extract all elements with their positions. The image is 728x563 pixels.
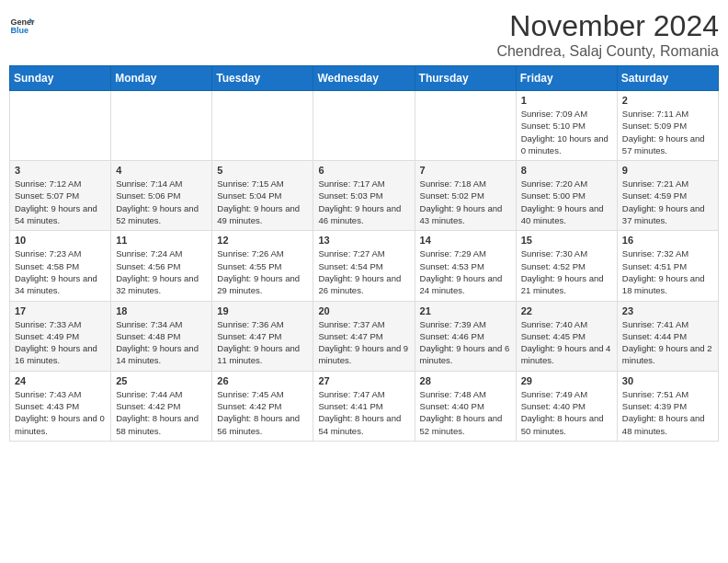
- calendar-cell: 16Sunrise: 7:32 AM Sunset: 4:51 PM Dayli…: [617, 231, 718, 301]
- day-number: 2: [622, 95, 713, 106]
- day-number: 12: [217, 235, 308, 246]
- calendar-cell: 23Sunrise: 7:41 AM Sunset: 4:44 PM Dayli…: [617, 301, 718, 371]
- day-info: Sunrise: 7:49 AM Sunset: 4:40 PM Dayligh…: [521, 388, 612, 437]
- day-info: Sunrise: 7:32 AM Sunset: 4:51 PM Dayligh…: [622, 247, 713, 296]
- calendar-cell: [415, 91, 516, 161]
- calendar-table: SundayMondayTuesdayWednesdayThursdayFrid…: [9, 65, 719, 442]
- day-info: Sunrise: 7:23 AM Sunset: 4:58 PM Dayligh…: [15, 247, 106, 296]
- calendar-cell: 8Sunrise: 7:20 AM Sunset: 5:00 PM Daylig…: [516, 161, 617, 231]
- day-number: 26: [217, 375, 308, 386]
- svg-text:General: General: [10, 17, 35, 27]
- calendar-cell: 3Sunrise: 7:12 AM Sunset: 5:07 PM Daylig…: [10, 161, 111, 231]
- day-info: Sunrise: 7:48 AM Sunset: 4:40 PM Dayligh…: [420, 388, 511, 437]
- day-number: 14: [420, 235, 511, 246]
- calendar-week-row: 17Sunrise: 7:33 AM Sunset: 4:49 PM Dayli…: [10, 301, 719, 371]
- day-number: 9: [622, 165, 713, 176]
- day-info: Sunrise: 7:09 AM Sunset: 5:10 PM Dayligh…: [521, 108, 612, 156]
- day-info: Sunrise: 7:26 AM Sunset: 4:55 PM Dayligh…: [217, 247, 308, 296]
- day-number: 19: [217, 305, 308, 316]
- calendar-cell: 21Sunrise: 7:39 AM Sunset: 4:46 PM Dayli…: [415, 301, 516, 371]
- day-info: Sunrise: 7:51 AM Sunset: 4:39 PM Dayligh…: [622, 388, 713, 437]
- calendar-cell: 27Sunrise: 7:47 AM Sunset: 4:41 PM Dayli…: [313, 371, 415, 441]
- calendar-cell: 10Sunrise: 7:23 AM Sunset: 4:58 PM Dayli…: [10, 231, 111, 301]
- day-number: 17: [15, 305, 106, 316]
- day-number: 30: [622, 375, 713, 386]
- day-info: Sunrise: 7:45 AM Sunset: 4:42 PM Dayligh…: [217, 388, 308, 437]
- day-number: 29: [521, 375, 612, 386]
- calendar-day-header: Friday: [516, 66, 617, 91]
- day-info: Sunrise: 7:30 AM Sunset: 4:52 PM Dayligh…: [521, 247, 612, 296]
- logo: General Blue: [9, 13, 35, 39]
- day-info: Sunrise: 7:43 AM Sunset: 4:43 PM Dayligh…: [15, 388, 106, 437]
- day-info: Sunrise: 7:39 AM Sunset: 4:46 PM Dayligh…: [420, 318, 511, 367]
- day-number: 1: [521, 95, 612, 106]
- day-info: Sunrise: 7:17 AM Sunset: 5:03 PM Dayligh…: [318, 178, 409, 226]
- calendar-cell: 5Sunrise: 7:15 AM Sunset: 5:04 PM Daylig…: [212, 161, 313, 231]
- calendar-week-row: 24Sunrise: 7:43 AM Sunset: 4:43 PM Dayli…: [10, 371, 719, 441]
- day-info: Sunrise: 7:29 AM Sunset: 4:53 PM Dayligh…: [420, 247, 511, 296]
- calendar-cell: 29Sunrise: 7:49 AM Sunset: 4:40 PM Dayli…: [516, 371, 617, 441]
- day-number: 6: [318, 165, 409, 176]
- day-info: Sunrise: 7:34 AM Sunset: 4:48 PM Dayligh…: [116, 318, 207, 367]
- calendar-cell: [111, 91, 212, 161]
- calendar-cell: 19Sunrise: 7:36 AM Sunset: 4:47 PM Dayli…: [212, 301, 313, 371]
- calendar-cell: 28Sunrise: 7:48 AM Sunset: 4:40 PM Dayli…: [415, 371, 516, 441]
- day-info: Sunrise: 7:20 AM Sunset: 5:00 PM Dayligh…: [521, 178, 612, 226]
- calendar-cell: 13Sunrise: 7:27 AM Sunset: 4:54 PM Dayli…: [313, 231, 415, 301]
- calendar-cell: 6Sunrise: 7:17 AM Sunset: 5:03 PM Daylig…: [313, 161, 415, 231]
- day-info: Sunrise: 7:18 AM Sunset: 5:02 PM Dayligh…: [420, 178, 511, 226]
- title-area: November 2024 Chendrea, Salaj County, Ro…: [496, 9, 719, 60]
- calendar-day-header: Monday: [111, 66, 212, 91]
- day-info: Sunrise: 7:14 AM Sunset: 5:06 PM Dayligh…: [116, 178, 207, 226]
- day-number: 5: [217, 165, 308, 176]
- calendar-cell: 9Sunrise: 7:21 AM Sunset: 4:59 PM Daylig…: [617, 161, 718, 231]
- day-number: 21: [420, 305, 511, 316]
- calendar-cell: [212, 91, 313, 161]
- logo-icon: General Blue: [9, 13, 35, 39]
- day-number: 11: [116, 235, 207, 246]
- svg-text:Blue: Blue: [10, 26, 28, 35]
- calendar-cell: 25Sunrise: 7:44 AM Sunset: 4:42 PM Dayli…: [111, 371, 212, 441]
- calendar-cell: [10, 91, 111, 161]
- day-info: Sunrise: 7:11 AM Sunset: 5:09 PM Dayligh…: [622, 108, 713, 156]
- calendar-day-header: Thursday: [415, 66, 516, 91]
- calendar-cell: 15Sunrise: 7:30 AM Sunset: 4:52 PM Dayli…: [516, 231, 617, 301]
- location-subtitle: Chendrea, Salaj County, Romania: [496, 43, 719, 60]
- day-info: Sunrise: 7:37 AM Sunset: 4:47 PM Dayligh…: [318, 318, 409, 367]
- day-info: Sunrise: 7:27 AM Sunset: 4:54 PM Dayligh…: [318, 247, 409, 296]
- day-number: 28: [420, 375, 511, 386]
- day-info: Sunrise: 7:33 AM Sunset: 4:49 PM Dayligh…: [15, 318, 106, 367]
- calendar-cell: [313, 91, 415, 161]
- day-number: 13: [318, 235, 409, 246]
- day-info: Sunrise: 7:40 AM Sunset: 4:45 PM Dayligh…: [521, 318, 612, 367]
- day-info: Sunrise: 7:41 AM Sunset: 4:44 PM Dayligh…: [622, 318, 713, 367]
- day-info: Sunrise: 7:12 AM Sunset: 5:07 PM Dayligh…: [15, 178, 106, 226]
- day-number: 23: [622, 305, 713, 316]
- day-info: Sunrise: 7:15 AM Sunset: 5:04 PM Dayligh…: [217, 178, 308, 226]
- calendar-cell: 4Sunrise: 7:14 AM Sunset: 5:06 PM Daylig…: [111, 161, 212, 231]
- calendar-cell: 14Sunrise: 7:29 AM Sunset: 4:53 PM Dayli…: [415, 231, 516, 301]
- calendar-cell: 12Sunrise: 7:26 AM Sunset: 4:55 PM Dayli…: [212, 231, 313, 301]
- day-number: 25: [116, 375, 207, 386]
- calendar-header-row: SundayMondayTuesdayWednesdayThursdayFrid…: [10, 66, 719, 91]
- day-number: 22: [521, 305, 612, 316]
- month-title: November 2024: [496, 9, 719, 43]
- calendar-cell: 2Sunrise: 7:11 AM Sunset: 5:09 PM Daylig…: [617, 91, 718, 161]
- calendar-week-row: 10Sunrise: 7:23 AM Sunset: 4:58 PM Dayli…: [10, 231, 719, 301]
- day-info: Sunrise: 7:24 AM Sunset: 4:56 PM Dayligh…: [116, 247, 207, 296]
- day-number: 4: [116, 165, 207, 176]
- day-info: Sunrise: 7:21 AM Sunset: 4:59 PM Dayligh…: [622, 178, 713, 226]
- calendar-cell: 1Sunrise: 7:09 AM Sunset: 5:10 PM Daylig…: [516, 91, 617, 161]
- calendar-cell: 26Sunrise: 7:45 AM Sunset: 4:42 PM Dayli…: [212, 371, 313, 441]
- calendar-cell: 18Sunrise: 7:34 AM Sunset: 4:48 PM Dayli…: [111, 301, 212, 371]
- calendar-cell: 17Sunrise: 7:33 AM Sunset: 4:49 PM Dayli…: [10, 301, 111, 371]
- day-number: 8: [521, 165, 612, 176]
- day-number: 24: [15, 375, 106, 386]
- calendar-week-row: 1Sunrise: 7:09 AM Sunset: 5:10 PM Daylig…: [10, 91, 719, 161]
- day-number: 27: [318, 375, 409, 386]
- day-number: 15: [521, 235, 612, 246]
- day-number: 18: [116, 305, 207, 316]
- day-number: 3: [15, 165, 106, 176]
- calendar-cell: 22Sunrise: 7:40 AM Sunset: 4:45 PM Dayli…: [516, 301, 617, 371]
- day-number: 20: [318, 305, 409, 316]
